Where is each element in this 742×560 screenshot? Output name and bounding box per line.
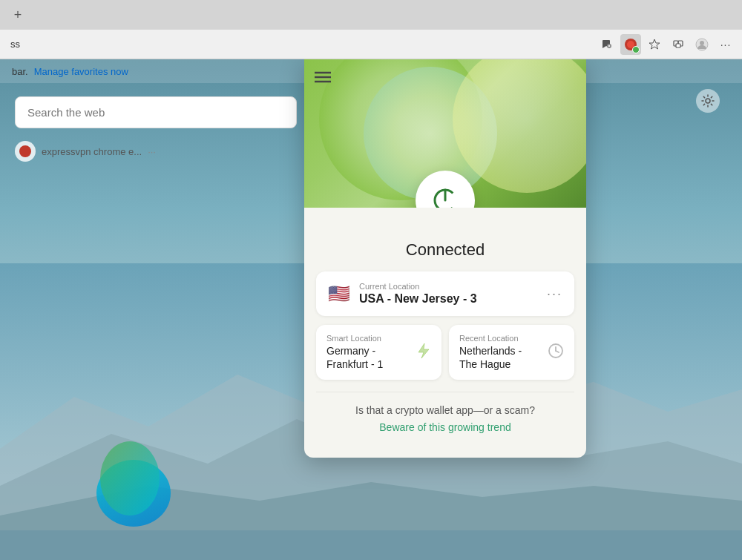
vpn-promo-text: Is that a crypto wallet app—or a scam? <box>328 404 562 416</box>
vpn-panel: Connected 🇺🇸 Current Location USA - New … <box>304 59 586 458</box>
favorites-icon[interactable] <box>644 34 665 55</box>
smart-location-card[interactable]: Smart Location Germany -Frankfurt - 1 <box>316 325 441 380</box>
svg-point-9 <box>706 99 710 103</box>
recent-location-icon <box>548 343 564 363</box>
collections-icon[interactable] <box>668 34 689 55</box>
page-settings-icon[interactable] <box>696 89 720 113</box>
browser-toolbar-icons: ··· <box>597 34 736 55</box>
vpn-header <box>304 59 586 208</box>
recent-location-label: Recent Location <box>459 334 522 343</box>
shortcut-more-button[interactable]: ··· <box>148 146 156 157</box>
browser-chrome: + <box>0 0 742 30</box>
svg-rect-5 <box>676 44 680 47</box>
current-location-more-button[interactable]: ··· <box>547 286 562 302</box>
vpn-body: Connected 🇺🇸 Current Location USA - New … <box>304 208 586 458</box>
expressvpn-extension-icon[interactable] <box>620 34 641 55</box>
vpn-power-button[interactable] <box>416 171 475 208</box>
current-location-label: Current Location <box>359 282 538 291</box>
browser-logo <box>89 441 178 530</box>
smart-location-name: Germany -Frankfurt - 1 <box>326 344 383 371</box>
shortcut-label: expressvpn chrome e... <box>42 146 142 157</box>
reading-list-icon[interactable] <box>597 34 617 55</box>
shortcut-item: expressvpn chrome e... ··· <box>15 141 156 162</box>
current-location-info: Current Location USA - New Jersey - 3 <box>359 282 538 306</box>
address-bar-row: ss <box>0 30 742 59</box>
current-location-name: USA - New Jersey - 3 <box>359 292 538 306</box>
main-content: bar. Manage favorites now expressvpn chr… <box>0 59 742 560</box>
search-container <box>15 96 297 128</box>
vpn-power-button-container <box>416 171 475 208</box>
search-input[interactable] <box>15 96 297 128</box>
smart-location-icon <box>415 343 431 363</box>
manage-favorites-link[interactable]: Manage favorites now <box>34 66 128 77</box>
browser-more-button[interactable]: ··· <box>715 34 736 55</box>
favorites-bar-label: bar. <box>12 66 28 77</box>
new-tab-button[interactable]: + <box>9 6 27 24</box>
current-location-flag: 🇺🇸 <box>328 283 350 304</box>
shortcut-favicon <box>15 141 36 162</box>
profile-icon[interactable] <box>692 34 712 55</box>
svg-point-7 <box>700 41 704 45</box>
vpn-promo: Is that a crypto wallet app—or a scam? B… <box>316 392 574 446</box>
recent-location-name: Netherlands -The Hague <box>459 344 522 371</box>
quick-connect-row: Smart Location Germany -Frankfurt - 1 Re… <box>316 325 574 380</box>
address-text: ss <box>6 39 592 50</box>
smart-location-label: Smart Location <box>326 334 383 343</box>
ext-connected-badge <box>632 46 640 53</box>
svg-line-19 <box>556 351 559 352</box>
vpn-status-text: Connected <box>316 240 574 260</box>
svg-point-11 <box>100 441 160 515</box>
recent-location-card[interactable]: Recent Location Netherlands -The Hague <box>449 325 574 380</box>
vpn-promo-link[interactable]: Beware of this growing trend <box>379 421 510 433</box>
current-location-card[interactable]: 🇺🇸 Current Location USA - New Jersey - 3… <box>316 271 574 316</box>
vpn-menu-icon[interactable] <box>315 70 331 87</box>
recent-location-info: Recent Location Netherlands -The Hague <box>459 334 522 371</box>
tab-bar: + <box>9 6 27 24</box>
smart-location-info: Smart Location Germany -Frankfurt - 1 <box>326 334 383 371</box>
